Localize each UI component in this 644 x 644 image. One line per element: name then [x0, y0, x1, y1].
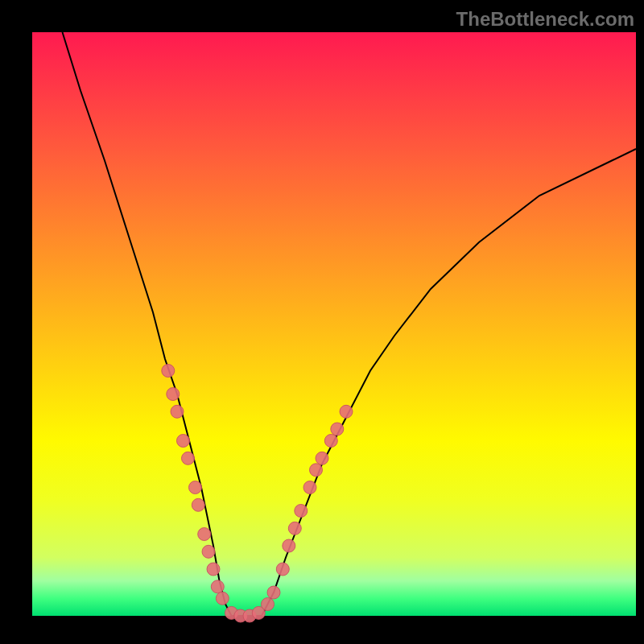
- data-bead: [283, 539, 295, 552]
- chart-container: TheBottleneck.com: [0, 0, 644, 644]
- data-bead: [310, 464, 323, 477]
- data-bead: [182, 452, 195, 464]
- chart-svg: [32, 32, 636, 616]
- data-bead: [207, 563, 220, 576]
- data-bead: [189, 481, 202, 494]
- data-bead: [211, 580, 224, 593]
- data-beads: [162, 365, 353, 623]
- data-bead: [303, 481, 316, 494]
- data-bead: [267, 586, 280, 599]
- data-bead: [167, 388, 180, 401]
- data-bead: [202, 545, 215, 558]
- data-bead: [216, 592, 229, 605]
- data-bead: [262, 598, 275, 611]
- plot-area: [32, 32, 636, 616]
- data-bead: [331, 423, 344, 436]
- data-bead: [276, 563, 289, 576]
- data-bead: [171, 405, 184, 418]
- watermark-text: TheBottleneck.com: [456, 8, 634, 31]
- bottleneck-curve: [63, 32, 637, 616]
- data-bead: [316, 452, 328, 464]
- data-bead: [340, 405, 353, 418]
- data-bead: [198, 528, 211, 541]
- data-bead: [162, 365, 175, 378]
- data-bead: [288, 522, 301, 535]
- data-bead: [192, 498, 204, 511]
- data-bead: [324, 435, 337, 448]
- data-bead: [177, 435, 190, 448]
- data-bead: [295, 505, 308, 518]
